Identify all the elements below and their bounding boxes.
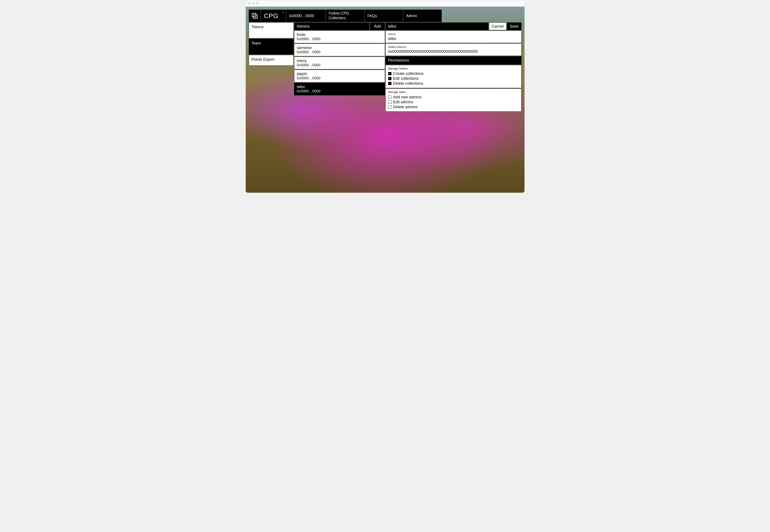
permission-item-label: Delete admins — [393, 105, 418, 109]
window-titlebar — [246, 0, 524, 7]
permission-item[interactable]: Edit collections — [388, 76, 519, 81]
permissions-header: Permissions — [385, 56, 521, 65]
permission-item-label: Edit collections — [393, 76, 419, 81]
permission-item-label: Delete collections — [393, 81, 423, 86]
wallet-field[interactable]: Wallet Address 0x00000000000000000000000… — [385, 43, 521, 56]
viewport: CPG ™ 0x0000…0000 Follow CPG Collectors … — [246, 7, 524, 193]
window-minimize-icon[interactable] — [252, 2, 255, 4]
sidebar-item-team[interactable]: Team — [249, 39, 294, 55]
admin-row-address: 0x0000…0000 — [297, 37, 382, 41]
admin-row-name: frodo — [297, 33, 382, 37]
permission-item[interactable]: Create collections — [388, 71, 519, 76]
add-admin-button[interactable]: Add — [370, 22, 385, 30]
sidebar-item-label: Points Export — [252, 57, 274, 62]
admin-row-address: 0x0000…0000 — [297, 89, 382, 93]
admin-row-address: 0x0000…0000 — [297, 50, 382, 54]
name-field[interactable]: Name bilbo — [385, 31, 521, 43]
checkbox-icon[interactable] — [388, 105, 391, 109]
sidebar-item-tokens[interactable]: Tokens — [249, 22, 294, 38]
admins-list: frodo0x0000…0000samwise0x0000…0000merry0… — [294, 31, 385, 95]
checkbox-icon[interactable] — [388, 100, 391, 104]
wallet-field-label: Wallet Address — [388, 45, 519, 49]
nav-follow-line1: Follow CPG — [329, 11, 349, 16]
admins-header-title: Admins — [294, 22, 370, 30]
brand-text: CPG — [264, 12, 278, 19]
wallet-field-value: 0x00000000000000000000000000000000000000… — [388, 49, 519, 54]
svg-rect-0 — [252, 13, 256, 17]
window-maximize-icon[interactable] — [256, 2, 258, 4]
permission-item[interactable]: Delete admins — [388, 105, 519, 109]
brand-tm: ™ — [282, 12, 285, 14]
nav-admin-text: Admin — [406, 14, 417, 18]
sidebar-item-points-export[interactable]: Points Export — [249, 55, 294, 66]
logo[interactable] — [249, 10, 261, 22]
permission-item-label: Edit admins — [393, 100, 413, 104]
checkbox-icon[interactable] — [388, 82, 391, 85]
name-field-value: bilbo — [388, 37, 519, 41]
detail-header: bilbo Cancel Save — [385, 22, 521, 30]
main-grid: Tokens Team Points Export Admins — [249, 22, 521, 112]
permission-item[interactable]: Delete collections — [388, 81, 519, 86]
checkbox-icon[interactable] — [388, 72, 391, 75]
nav-faqs[interactable]: FAQs — [364, 10, 403, 22]
top-nav: CPG ™ 0x0000…0000 Follow CPG Collectors … — [249, 10, 521, 22]
cancel-button[interactable]: Cancel — [489, 22, 506, 30]
admins-header: Admins Add — [294, 22, 385, 30]
admin-row-name: merry — [297, 59, 382, 63]
admin-row-samwise[interactable]: samwise0x0000…0000 — [294, 44, 385, 56]
permission-item[interactable]: Add new admins — [388, 95, 519, 99]
permission-group: Manage TeamAdd new adminsEdit adminsDele… — [385, 89, 521, 112]
nav-wallet[interactable]: 0x0000…0000 — [286, 10, 326, 22]
logo-icon — [251, 12, 258, 19]
admin-row-address: 0x0000…0000 — [297, 63, 382, 67]
admin-row-merry[interactable]: merry0x0000…0000 — [294, 57, 385, 69]
permission-groups: Manage TokensCreate collectionsEdit coll… — [385, 65, 521, 112]
admin-row-pippin[interactable]: pippin0x0000…0000 — [294, 70, 385, 82]
permission-item-label: Add new admins — [393, 95, 422, 99]
save-button[interactable]: Save — [507, 22, 521, 30]
admin-row-address: 0x0000…0000 — [297, 76, 382, 80]
admin-row-bilbo[interactable]: bilbo0x0000…0000 — [294, 83, 385, 95]
admins-column: Admins Add frodo0x0000…0000samwise0x0000… — [294, 22, 385, 112]
admin-row-name: bilbo — [297, 85, 382, 89]
permission-group: Manage TokensCreate collectionsEdit coll… — [385, 65, 521, 88]
admin-row-frodo[interactable]: frodo0x0000…0000 — [294, 31, 385, 43]
nav-faqs-text: FAQs — [367, 14, 377, 18]
svg-marker-1 — [253, 15, 257, 18]
nav-follow[interactable]: Follow CPG Collectors — [326, 10, 364, 22]
checkbox-icon[interactable] — [388, 96, 391, 99]
name-field-label: Name — [388, 33, 519, 36]
detail-title: bilbo — [385, 22, 489, 30]
admin-row-name: pippin — [297, 72, 382, 76]
permission-item-label: Create collections — [393, 71, 424, 76]
window-close-icon[interactable] — [248, 2, 251, 4]
permission-group-title: Manage Tokens — [388, 67, 519, 70]
sidebar: Tokens Team Points Export — [249, 22, 294, 112]
nav-follow-line2: Collectors — [329, 16, 349, 21]
permission-item[interactable]: Edit admins — [388, 100, 519, 104]
sidebar-item-label: Team — [252, 41, 261, 45]
permission-group-title: Manage Team — [388, 90, 519, 94]
brand[interactable]: CPG ™ — [261, 10, 286, 22]
sidebar-item-label: Tokens — [252, 25, 264, 29]
nav-wallet-text: 0x0000…0000 — [289, 14, 314, 18]
admin-row-name: samwise — [297, 46, 382, 50]
nav-admin[interactable]: Admin — [403, 10, 442, 22]
checkbox-icon[interactable] — [388, 77, 391, 80]
detail-column: bilbo Cancel Save Name bilbo — [385, 22, 521, 112]
browser-window: CPG ™ 0x0000…0000 Follow CPG Collectors … — [246, 0, 525, 193]
